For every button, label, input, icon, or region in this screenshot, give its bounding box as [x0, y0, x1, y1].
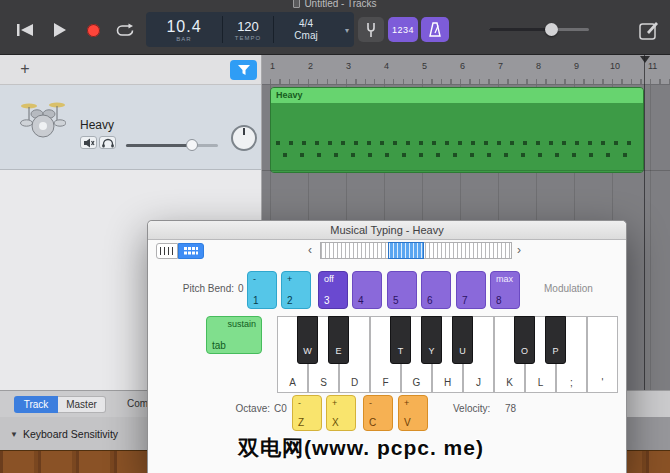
midi-notes — [283, 153, 638, 157]
key-bottom-label: 6 — [427, 295, 433, 306]
timeline-ruler[interactable]: 1 2 3 4 5 6 7 8 9 10 11 — [262, 55, 670, 85]
cycle-button[interactable] — [110, 17, 140, 43]
key-letter: W — [298, 346, 317, 356]
sustain-key[interactable]: sustain tab — [206, 316, 262, 354]
key-letter: H — [433, 377, 462, 388]
track-volume-thumb[interactable] — [186, 139, 198, 151]
active-octave-range[interactable] — [388, 242, 424, 259]
modulation-key-6[interactable]: 6 — [421, 271, 451, 309]
ruler-number: 7 — [498, 61, 503, 71]
key-letter: A — [278, 377, 307, 388]
key-letter: U — [453, 346, 472, 356]
black-key-y[interactable]: Y — [421, 316, 442, 364]
pitch-bend-up-key[interactable]: + 2 — [281, 271, 311, 309]
pitch-bend-down-key[interactable]: - 1 — [247, 271, 277, 309]
octave-down-key[interactable]: - Z — [292, 395, 322, 431]
play-button[interactable] — [44, 17, 74, 43]
master-volume-slider[interactable] — [489, 28, 589, 31]
key-bottom-label: V — [404, 417, 411, 428]
velocity-value: 78 — [505, 403, 516, 414]
modulation-off-key[interactable]: off 3 — [318, 271, 348, 309]
key-bottom-label: 7 — [462, 295, 468, 306]
metronome-button[interactable] — [421, 17, 449, 42]
keyboard-overview[interactable] — [320, 242, 512, 259]
lcd-display[interactable]: 10.4 BAR 120 TEMPO 4/4 Cmaj ▾ — [146, 12, 354, 47]
modulation-key-4[interactable]: 4 — [352, 271, 382, 309]
time-signature-value: 4/4 — [299, 18, 313, 30]
ruler-number: 4 — [384, 61, 389, 71]
key-bottom-label: 5 — [393, 295, 399, 306]
modulation-key-7[interactable]: 7 — [456, 271, 486, 309]
volume-fill — [489, 28, 551, 31]
track-name: Heavy — [80, 118, 114, 132]
black-key-o[interactable]: O — [514, 316, 535, 364]
key-letter: D — [340, 377, 369, 388]
mute-speaker-icon — [83, 138, 95, 148]
site-watermark: 双电网(www. pcpc. me) — [238, 434, 484, 462]
key-letter: J — [464, 377, 493, 388]
velocity-up-key[interactable]: + V — [398, 395, 428, 431]
tuner-button[interactable] — [358, 17, 384, 42]
black-key-t[interactable]: T — [390, 316, 411, 364]
chevron-down-icon[interactable]: ▾ — [345, 26, 349, 35]
tab-track[interactable]: Track — [14, 396, 58, 413]
tuning-fork-icon — [366, 22, 376, 38]
musical-typing-view-button[interactable] — [178, 243, 204, 259]
edit-pencil-icon — [639, 19, 659, 40]
key-letter: G — [402, 377, 431, 388]
key-letter: ' — [588, 377, 617, 388]
ruler-number: 2 — [308, 61, 313, 71]
track-volume-slider[interactable] — [126, 144, 218, 147]
key-bottom-label: X — [332, 417, 339, 428]
lcd-position: 10.4 BAR — [146, 12, 222, 47]
modulation-key-5[interactable]: 5 — [387, 271, 417, 309]
modulation-label: Modulation — [544, 283, 593, 294]
typing-keys-icon — [184, 247, 198, 255]
midi-region-heavy[interactable]: Heavy — [270, 87, 644, 173]
ruler-number: 3 — [346, 61, 351, 71]
rewind-button[interactable] — [10, 17, 40, 43]
octave-range-left-arrow[interactable]: ‹ — [308, 243, 312, 257]
garageband-window: Untitled - Tracks 10.4 BAR 120 TEMPO — [0, 0, 670, 473]
tempo-label: TEMPO — [235, 35, 261, 41]
playhead-marker[interactable] — [640, 56, 650, 63]
record-button[interactable] — [78, 17, 108, 43]
octave-up-key[interactable]: + X — [326, 395, 356, 431]
tempo-value: 120 — [237, 19, 259, 34]
key-letter: ; — [557, 377, 586, 388]
octave-range-right-arrow[interactable]: › — [517, 243, 521, 257]
black-key-w[interactable]: W — [297, 316, 318, 364]
pan-knob-tick — [243, 128, 245, 135]
ruler-number: 9 — [574, 61, 579, 71]
key-letter: E — [329, 346, 348, 356]
black-key-e[interactable]: E — [328, 316, 349, 364]
musical-typing-titlebar[interactable]: Musical Typing - Heavy — [148, 221, 626, 240]
velocity-down-key[interactable]: - C — [363, 395, 393, 431]
monitor-button[interactable] — [99, 136, 116, 149]
notepad-button[interactable] — [634, 16, 664, 42]
count-in-button[interactable]: 1234 — [388, 17, 418, 42]
key-letter: F — [371, 377, 400, 388]
volume-slider-thumb[interactable] — [545, 23, 558, 36]
pan-knob[interactable] — [231, 125, 257, 151]
pitch-bend-value: 0 — [238, 283, 244, 294]
disclosure-triangle-icon[interactable]: ▼ — [10, 430, 18, 439]
keyboard-view-button[interactable] — [156, 243, 178, 259]
key-bottom-label: Z — [298, 417, 304, 428]
track-volume-fill — [126, 144, 194, 147]
lcd-signature-key: 4/4 Cmaj ▾ — [274, 12, 338, 47]
black-key-p[interactable]: P — [545, 316, 566, 364]
tab-master[interactable]: Master — [58, 396, 106, 413]
white-key-apostrophe[interactable]: ' — [587, 316, 618, 393]
track-filter-button[interactable] — [230, 60, 257, 80]
ruler-number: 5 — [422, 61, 427, 71]
modulation-max-key[interactable]: max 8 — [490, 271, 520, 309]
playhead-line — [644, 55, 645, 390]
add-track-button[interactable]: + — [14, 58, 36, 80]
track-row-heavy[interactable]: Heavy — [0, 85, 261, 170]
keyboard-sensitivity-row[interactable]: ▼ Keyboard Sensitivity — [0, 417, 150, 452]
key-top-label: - — [298, 398, 301, 408]
black-key-u[interactable]: U — [452, 316, 473, 364]
mute-button[interactable] — [80, 136, 97, 149]
window-title: Untitled - Tracks — [0, 0, 670, 9]
